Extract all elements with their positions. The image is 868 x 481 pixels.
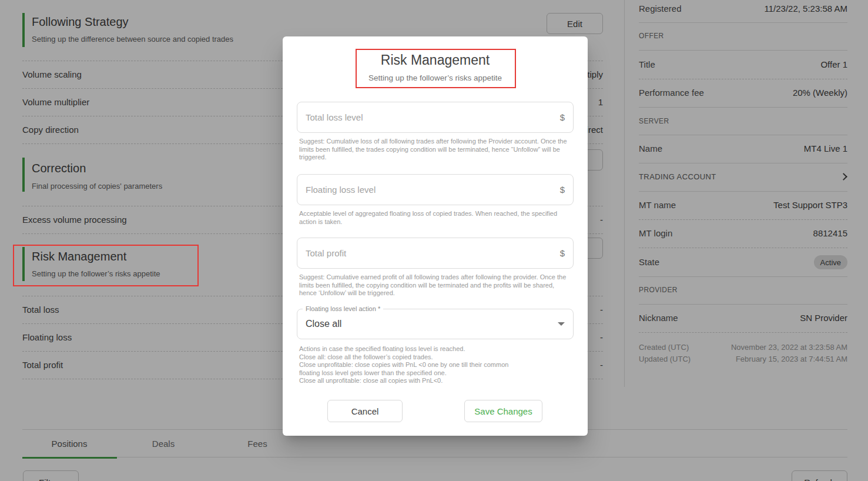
cancel-button[interactable]: Cancel: [327, 400, 403, 422]
risk-management-dialog: Risk Management Setting up the follower’…: [283, 36, 588, 436]
currency-suffix: $: [560, 248, 565, 258]
currency-suffix: $: [560, 185, 565, 195]
dropdown-arrow-icon: [558, 322, 565, 326]
floating-loss-action-helper-text: Actions in case the specified floating l…: [299, 345, 572, 385]
dialog-subtitle: Setting up the follower’s risks appetite: [283, 73, 588, 83]
dialog-title: Risk Management: [283, 51, 588, 69]
select-label: Floating loss level action *: [303, 305, 383, 313]
floating-loss-level-input[interactable]: [306, 185, 560, 195]
currency-suffix: $: [560, 112, 565, 122]
total-loss-level-field[interactable]: $: [297, 102, 574, 133]
save-changes-button[interactable]: Save Changes: [464, 400, 542, 422]
select-value: Close all: [306, 319, 558, 329]
floating-loss-level-field[interactable]: $: [297, 174, 574, 205]
total-profit-field[interactable]: $: [297, 238, 574, 269]
total-loss-helper-text: Suggest: Cumulative loss of all followin…: [299, 138, 572, 162]
total-loss-level-input[interactable]: [306, 112, 560, 122]
floating-loss-action-select[interactable]: Floating loss level action * Close all: [297, 309, 574, 339]
floating-loss-helper-text: Acceptable level of aggregated floating …: [299, 210, 572, 226]
total-profit-helper-text: Suggest: Cumulative earned profit of all…: [299, 273, 572, 298]
total-profit-input[interactable]: [306, 248, 560, 258]
